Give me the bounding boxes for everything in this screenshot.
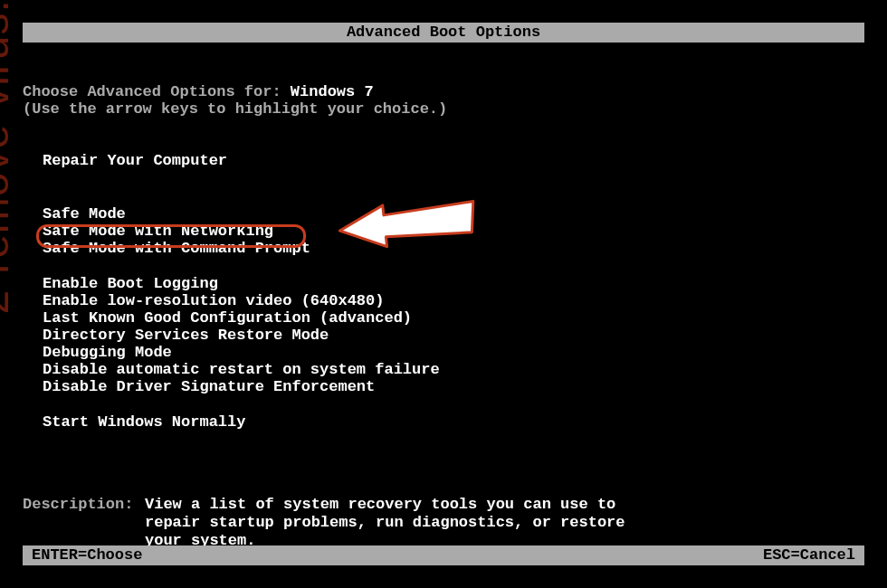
choose-prefix: Choose Advanced Options for: bbox=[23, 83, 291, 100]
menu-start-windows-normally[interactable]: Start Windows Normally bbox=[43, 413, 864, 431]
menu-enable-boot-logging[interactable]: Enable Boot Logging bbox=[43, 275, 864, 292]
menu-debugging-mode[interactable]: Debugging Mode bbox=[43, 344, 864, 361]
footer-esc: ESC=Cancel bbox=[763, 546, 855, 564]
safe-mode-group: Safe Mode Safe Mode with Networking Safe… bbox=[43, 205, 864, 257]
description-label: Description: bbox=[23, 496, 145, 550]
arrow-keys-hint: (Use the arrow keys to highlight your ch… bbox=[23, 100, 864, 118]
description-text: View a list of system recovery tools you… bbox=[145, 496, 643, 550]
boot-screen: Advanced Boot Options Choose Advanced Op… bbox=[23, 23, 864, 565]
menu-disable-auto-restart[interactable]: Disable automatic restart on system fail… bbox=[43, 361, 864, 378]
menu-directory-services-restore[interactable]: Directory Services Restore Mode bbox=[43, 327, 864, 344]
normal-group: Start Windows Normally bbox=[43, 413, 864, 431]
menu-safe-mode-networking[interactable]: Safe Mode with Networking bbox=[43, 223, 864, 240]
menu-safe-mode[interactable]: Safe Mode bbox=[43, 205, 864, 223]
title-bar: Advanced Boot Options bbox=[23, 23, 864, 43]
choose-line: Choose Advanced Options for: Windows 7 bbox=[23, 83, 864, 100]
menu-last-known-good-config[interactable]: Last Known Good Configuration (advanced) bbox=[43, 309, 864, 327]
watermark-text: 2-remove-virus.com bbox=[0, 0, 18, 315]
menu-enable-low-res-video[interactable]: Enable low-resolution video (640x480) bbox=[43, 292, 864, 309]
menu-safe-mode-command-prompt[interactable]: Safe Mode with Command Prompt bbox=[43, 240, 864, 257]
menu-disable-driver-sig-enforce[interactable]: Disable Driver Signature Enforcement bbox=[43, 378, 864, 395]
description-row: Description: View a list of system recov… bbox=[23, 496, 864, 550]
footer-enter: ENTER=Choose bbox=[32, 546, 142, 564]
footer-bar: ENTER=Choose ESC=Cancel bbox=[23, 545, 864, 565]
os-name: Windows 7 bbox=[291, 83, 374, 100]
options-group: Enable Boot Logging Enable low-resolutio… bbox=[43, 275, 864, 395]
content-area: Choose Advanced Options for: Windows 7 (… bbox=[23, 43, 864, 550]
repair-your-computer[interactable]: Repair Your Computer bbox=[43, 152, 864, 169]
